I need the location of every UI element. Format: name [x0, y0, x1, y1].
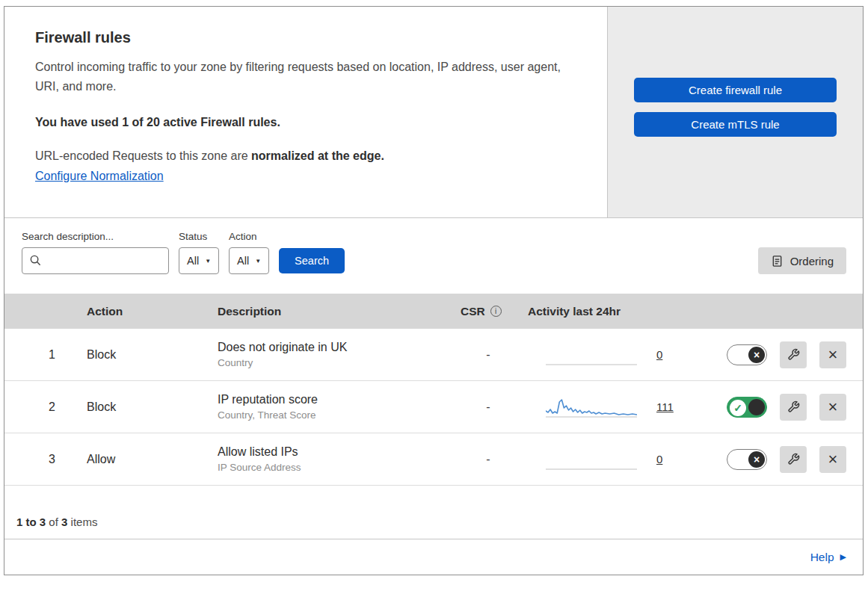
of-text: of: [46, 516, 61, 528]
status-dropdown-value: All: [187, 255, 199, 267]
list-document-icon: [771, 255, 784, 267]
help-bar: Help ▶: [4, 539, 863, 575]
arrow-right-icon: ▶: [840, 552, 846, 562]
wrench-icon: [787, 453, 800, 465]
ordering-button[interactable]: Ordering: [758, 247, 846, 274]
search-button[interactable]: Search: [279, 248, 345, 273]
search-box: [22, 247, 169, 274]
col-csr: CSR i: [449, 305, 516, 318]
item-range: 1 to 3: [16, 516, 46, 528]
rule-enable-toggle[interactable]: ×: [727, 449, 767, 470]
search-input[interactable]: [22, 247, 169, 274]
close-icon: ×: [828, 347, 838, 363]
chevron-down-icon: ▼: [205, 258, 211, 264]
header-section: Firewall rules Control incoming traffic …: [4, 7, 863, 218]
activity-count-link[interactable]: 0: [656, 453, 662, 465]
wrench-icon: [787, 348, 800, 361]
rule-enable-toggle[interactable]: ✓: [727, 397, 767, 418]
items-text: items: [67, 516, 97, 528]
check-icon: ✓: [730, 400, 746, 416]
page-description: Control incoming traffic to your zone by…: [35, 58, 577, 96]
normalization-text: URL-encoded Requests to this zone are: [35, 149, 251, 162]
status-group: Status All ▼: [179, 231, 219, 274]
activity-sparkline: [546, 344, 637, 366]
toggle-knob: [748, 399, 765, 415]
x-icon: ×: [748, 347, 765, 363]
rule-description-text: Does not originate in UK: [218, 341, 449, 354]
rule-enable-toggle[interactable]: ×: [727, 344, 767, 365]
action-label: Action: [229, 231, 269, 242]
activity-count-link[interactable]: 111: [656, 400, 674, 413]
edit-rule-button[interactable]: [780, 446, 807, 473]
help-link-label: Help: [810, 551, 834, 564]
rule-action: Block: [75, 348, 206, 362]
rule-criteria: Country: [218, 357, 449, 368]
rule-activity: 111: [516, 396, 695, 418]
activity-sparkline: [546, 448, 637, 471]
rule-activity: 0: [516, 344, 695, 366]
actions-panel: Create firewall rule Create mTLS rule: [608, 7, 863, 217]
rule-description: Allow listed IPs IP Source Address: [206, 445, 449, 473]
table-header: Action Description CSR i Activity last 2…: [4, 294, 863, 329]
rule-description: Does not originate in UK Country: [206, 341, 449, 368]
status-dropdown[interactable]: All ▼: [179, 247, 219, 274]
page-title: Firewall rules: [35, 29, 577, 46]
intro-card: Firewall rules Control incoming traffic …: [4, 7, 608, 217]
help-link[interactable]: Help ▶: [810, 551, 846, 564]
rule-description-text: Allow listed IPs: [218, 445, 449, 459]
rule-description-text: IP reputation score: [218, 393, 449, 406]
normalization-bold-text: normalized at the edge.: [251, 149, 384, 162]
firewall-rules-page: Firewall rules Control incoming traffic …: [4, 6, 864, 575]
rule-activity: 0: [516, 448, 695, 471]
delete-rule-button[interactable]: ×: [819, 341, 846, 368]
rule-priority: 3: [4, 453, 75, 466]
rule-csr-value: -: [449, 348, 516, 362]
col-description: Description: [206, 305, 449, 318]
rule-controls: ✓ ×: [695, 394, 863, 421]
col-action: Action: [75, 305, 206, 318]
configure-normalization-link[interactable]: Configure Normalization: [35, 170, 164, 183]
table-row: 1 Block Does not originate in UK Country…: [4, 329, 863, 381]
close-icon: ×: [828, 399, 838, 415]
close-icon: ×: [828, 451, 838, 468]
search-icon: [29, 254, 42, 267]
activity-count-link[interactable]: 0: [656, 348, 662, 361]
create-firewall-rule-button[interactable]: Create firewall rule: [634, 78, 837, 102]
rule-action: Allow: [75, 453, 206, 466]
x-icon: ×: [748, 451, 765, 468]
filter-controls: Search description... Status All ▼ Actio…: [22, 231, 345, 274]
action-group: Action All ▼: [229, 231, 269, 274]
table-row: 2 Block IP reputation score Country, Thr…: [4, 381, 863, 433]
col-activity: Activity last 24hr: [516, 305, 695, 318]
rule-csr-value: -: [449, 453, 516, 466]
ordering-button-label: Ordering: [790, 255, 834, 267]
edit-rule-button[interactable]: [780, 341, 807, 368]
pagination-summary: 1 to 3 of 3 items: [4, 486, 863, 539]
rule-controls: × ×: [695, 341, 863, 368]
rule-priority: 2: [4, 400, 75, 414]
rule-criteria: IP Source Address: [218, 462, 449, 473]
info-icon[interactable]: i: [490, 306, 502, 317]
rule-priority: 1: [4, 348, 75, 362]
delete-rule-button[interactable]: ×: [819, 446, 846, 473]
search-group: Search description...: [22, 231, 169, 274]
col-csr-label: CSR: [461, 305, 485, 318]
status-label: Status: [179, 231, 219, 242]
normalization-note: URL-encoded Requests to this zone are no…: [35, 149, 577, 163]
rule-controls: × ×: [695, 446, 863, 473]
edit-rule-button[interactable]: [780, 394, 807, 421]
usage-summary: You have used 1 of 20 active Firewall ru…: [35, 116, 577, 129]
filter-bar: Search description... Status All ▼ Actio…: [4, 218, 863, 294]
action-dropdown-value: All: [237, 255, 249, 267]
create-mtls-rule-button[interactable]: Create mTLS rule: [634, 112, 837, 137]
wrench-icon: [787, 400, 800, 413]
rule-description: IP reputation score Country, Threat Scor…: [206, 393, 449, 421]
rule-action: Block: [75, 400, 206, 414]
chevron-down-icon: ▼: [255, 258, 261, 264]
rule-csr-value: -: [449, 400, 516, 414]
delete-rule-button[interactable]: ×: [819, 394, 846, 421]
table-row: 3 Allow Allow listed IPs IP Source Addre…: [4, 433, 863, 486]
action-dropdown[interactable]: All ▼: [229, 247, 269, 274]
search-label: Search description...: [22, 231, 169, 242]
rule-criteria: Country, Threat Score: [218, 409, 449, 421]
